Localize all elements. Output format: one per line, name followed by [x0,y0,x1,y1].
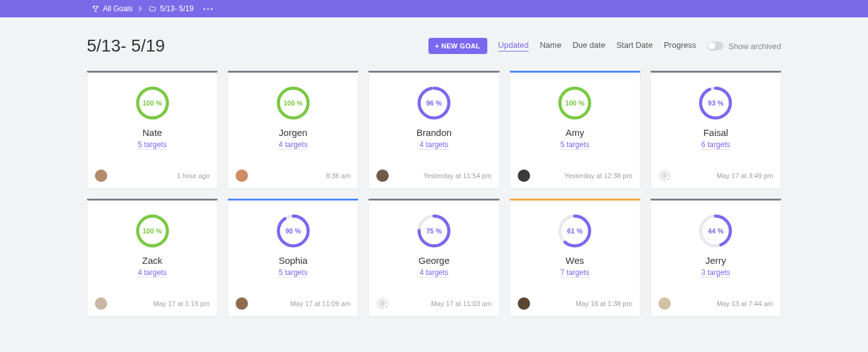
progress-ring: 90 % [277,214,310,248]
show-archived-toggle[interactable] [707,42,724,50]
breadcrumb-all-goals[interactable]: All Goals [87,0,138,17]
goal-updated-time: May 17 at 1:19 pm [153,300,210,307]
goal-updated-time: Yesterday at 11:54 pm [423,172,492,179]
goal-updated-time: Yesterday at 12:38 pm [564,172,632,179]
goal-targets-link[interactable]: 4 targets [278,140,308,150]
breadcrumb-folder-label: 5/13- 5/19 [160,4,193,13]
breadcrumb-more-button[interactable] [198,8,218,10]
goals-grid: 100 % Nate 5 targets 1 hour ago 100 % Jo… [87,71,781,317]
goal-owner-name: Jorgen [279,127,308,138]
progress-percent-label: 44 % [699,214,732,248]
progress-ring: 93 % [699,86,732,120]
goal-updated-time: 8:38 am [326,172,351,179]
sort-progress[interactable]: Progress [664,40,696,52]
goal-card[interactable]: 96 % Brandon 4 targets Yesterday at 11:5… [368,71,499,189]
progress-ring: 75 % [417,214,451,248]
sort-due-date[interactable]: Due date [572,40,605,52]
goal-card-footer: May 13 at 7:44 am [658,297,773,310]
progress-ring: 100 % [136,214,169,248]
goal-card[interactable]: 75 % George 4 targets May 17 at 11:03 am [368,199,499,317]
goal-owner-name: Brandon [417,127,452,138]
goal-updated-time: May 13 at 7:44 am [717,300,773,307]
progress-percent-label: 93 % [699,86,732,120]
progress-percent-label: 75 % [417,214,451,248]
svg-point-10 [663,174,665,176]
goal-card-footer: May 17 at 3:49 pm [658,169,773,182]
goal-card[interactable]: 100 % Zack 4 targets May 17 at 1:19 pm [87,199,218,317]
assign-user-icon[interactable] [658,169,671,182]
goal-card[interactable]: 90 % Sophia 5 targets May 17 at 11:09 am [228,199,358,317]
sort-name[interactable]: Name [540,40,562,52]
progress-ring: 100 % [136,86,169,120]
avatar [518,297,530,310]
goal-card-footer: 8:38 am [236,169,350,182]
goal-targets-link[interactable]: 5 targets [278,268,308,278]
goal-targets-link[interactable]: 5 targets [560,140,590,150]
breadcrumb-root-label: All Goals [103,4,133,13]
goal-card[interactable]: 93 % Faisal 6 targets May 17 at 3:49 pm [650,71,781,189]
trophy-icon [92,5,99,12]
goal-targets-link[interactable]: 6 targets [701,140,730,150]
progress-percent-label: 100 % [136,86,169,120]
page-header-row: 5/13- 5/19 + NEW GOAL UpdatedNameDue dat… [87,36,781,56]
show-archived-toggle-wrap: Show archived [707,42,781,51]
goal-targets-link[interactable]: 4 targets [420,268,449,278]
progress-percent-label: 90 % [277,214,310,248]
goal-updated-time: 1 hour ago [177,172,210,179]
goal-updated-time: May 17 at 11:09 am [290,300,350,307]
progress-percent-label: 61 % [558,214,591,248]
avatar [376,169,389,182]
goal-card[interactable]: 61 % Wes 7 targets May 16 at 1:38 pm [510,199,640,317]
goal-card[interactable]: 100 % Nate 5 targets 1 hour ago [87,71,218,189]
goal-card-footer: May 17 at 1:19 pm [95,297,210,310]
avatar [236,169,248,182]
sort-updated[interactable]: Updated [498,40,529,52]
avatar [95,169,107,182]
assign-user-icon[interactable] [376,297,389,310]
goal-owner-name: Amy [565,127,584,138]
show-archived-label: Show archived [728,42,781,51]
breadcrumb-folder[interactable]: 5/13- 5/19 [144,0,198,17]
goal-updated-time: May 17 at 11:03 am [431,300,491,307]
avatar [95,297,107,310]
goal-card-footer: Yesterday at 11:54 pm [376,169,491,182]
goal-owner-name: Jerry [706,255,726,266]
goal-owner-name: Faisal [703,127,728,138]
goal-targets-link[interactable]: 7 targets [560,268,590,278]
goal-targets-link[interactable]: 3 targets [701,268,730,278]
controls-bar: + NEW GOAL UpdatedNameDue dateStart Date… [428,38,781,54]
goal-card-footer: May 17 at 11:09 am [236,297,350,310]
goal-owner-name: George [418,255,450,266]
goal-card[interactable]: 44 % Jerry 3 targets May 13 at 7:44 am [650,199,781,317]
goal-card-footer: May 16 at 1:38 pm [518,297,632,310]
progress-percent-label: 100 % [558,86,591,120]
goal-targets-link[interactable]: 4 targets [138,268,167,278]
goal-card[interactable]: 100 % Amy 5 targets Yesterday at 12:38 p… [510,71,640,189]
goal-updated-time: May 17 at 3:49 pm [717,172,773,179]
goal-owner-name: Sophia [278,255,308,266]
goal-card[interactable]: 100 % Jorgen 4 targets 8:38 am [228,71,358,189]
avatar [658,297,671,310]
sort-start-date[interactable]: Start Date [616,40,653,52]
goal-targets-link[interactable]: 4 targets [420,140,449,150]
progress-ring: 96 % [417,86,451,120]
main-content: 5/13- 5/19 + NEW GOAL UpdatedNameDue dat… [0,17,868,317]
goal-owner-name: Wes [565,255,584,266]
avatar [518,169,530,182]
progress-percent-label: 100 % [277,86,310,120]
progress-ring: 44 % [699,214,732,248]
page-title: 5/13- 5/19 [87,36,165,56]
progress-ring: 61 % [558,214,591,248]
new-goal-button[interactable]: + NEW GOAL [428,38,487,54]
goal-targets-link[interactable]: 5 targets [138,140,167,150]
goal-card-footer: 1 hour ago [95,169,210,182]
goal-updated-time: May 16 at 1:38 pm [576,300,632,307]
folder-icon [149,5,156,12]
progress-ring: 100 % [277,86,310,120]
sort-options: UpdatedNameDue dateStart DateProgress [498,40,696,52]
progress-ring: 100 % [558,86,591,120]
progress-percent-label: 96 % [417,86,451,120]
svg-point-17 [382,302,384,304]
goal-card-footer: Yesterday at 12:38 pm [518,169,632,182]
chevron-right-icon [139,5,143,12]
